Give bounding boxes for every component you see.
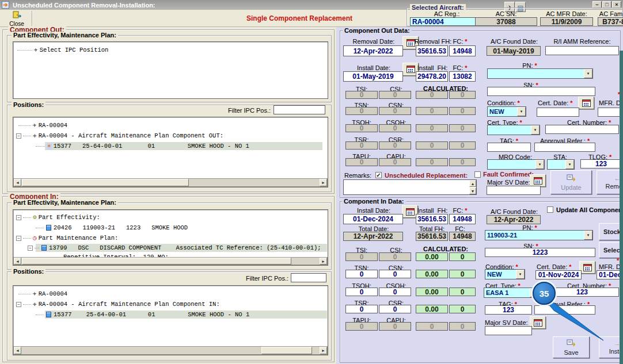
chevron-down-icon[interactable]: ▼ — [584, 69, 592, 78]
in-cert-date-field[interactable]: 01-Nov-2024 — [535, 270, 582, 279]
out-cert-type-combo[interactable]: ▼ — [487, 125, 540, 135]
collapse-icon[interactable]: − — [16, 236, 21, 241]
in-tsoh-field[interactable]: 0 — [345, 288, 378, 296]
in-positions-hscrollbar[interactable]: ◄ ► — [13, 346, 328, 355]
in-tree-leaf[interactable]: 15377 25-64-00-01 01 SMOKE HOOD - NO 1 — [36, 311, 249, 319]
fault-confirmed-checkbox[interactable] — [474, 171, 481, 178]
scroll-left-icon[interactable]: ◄ — [14, 258, 21, 265]
chevron-down-icon[interactable]: ▼ — [531, 125, 540, 135]
out-pn-combo[interactable]: ▼ — [487, 68, 593, 79]
out-pe-tree-item-select-ipc[interactable]: ✈ Select IPC Position — [17, 46, 108, 54]
out-major-sv-calendar-button[interactable] — [530, 174, 546, 187]
out-cert-date-input[interactable] — [537, 108, 579, 117]
out-cert-number-input[interactable] — [545, 125, 619, 134]
mro-code-combo[interactable]: ▼ — [487, 159, 545, 170]
chevron-down-icon[interactable]: ▼ — [584, 231, 592, 240]
out-install-date-field[interactable]: 01-May-2019 — [343, 71, 403, 82]
in-tree-root[interactable]: ✈ RA-00004 — [18, 290, 67, 298]
in-cert-number-field[interactable]: 123 — [545, 288, 619, 297]
in-pe-leaf[interactable]: 20426 119003-21 1223 SMOKE HOOD — [36, 224, 188, 232]
toolbar-separator — [32, 11, 33, 26]
collapse-icon[interactable]: − — [28, 246, 33, 251]
update-button-label: Update — [561, 184, 581, 191]
remarks-scroll-up-icon[interactable]: ▲ — [469, 180, 476, 187]
in-calc-field: 0 — [416, 322, 448, 331]
in-cert-type-combo[interactable]: EASA 1▼ — [484, 288, 539, 298]
chevron-down-icon[interactable]: ▼ — [516, 270, 525, 279]
scroll-left-icon[interactable]: ◄ — [14, 347, 21, 354]
scroll-right-icon[interactable]: ► — [320, 179, 327, 186]
in-install-fh-field[interactable]: 35616.53 — [416, 214, 448, 224]
out-filter-ipc-input[interactable] — [273, 105, 325, 114]
chevron-down-icon[interactable]: ▼ — [517, 107, 526, 116]
collapse-icon[interactable]: − — [16, 133, 21, 139]
out-install-fh-field[interactable]: 29478.20 — [416, 71, 448, 82]
chevron-down-icon[interactable]: ▼ — [565, 160, 574, 169]
in-mp-leaf[interactable]: − 13799 DSC DISCARD COMPONENT Associated… — [28, 244, 321, 252]
in-tsr-field[interactable]: 0 — [345, 305, 378, 313]
ac-fam-field: B737-8 — [598, 17, 623, 26]
annotation-step-badge: 35 — [533, 282, 556, 305]
out-approval-refer-input[interactable] — [534, 143, 595, 152]
in-install-date-field[interactable]: 01-Dec-2024 — [343, 214, 403, 224]
save-icon — [567, 339, 576, 348]
out-tag-input[interactable] — [487, 143, 531, 152]
in-csr-field[interactable]: 0 — [379, 305, 411, 313]
in-install-fh-label: Install FH: — [415, 207, 450, 214]
in-condition-combo[interactable]: NEW▼ — [485, 269, 525, 279]
in-install-fc-field[interactable]: 14948 — [449, 214, 476, 224]
ac-sn-label: AC SN: — [475, 10, 537, 17]
in-filter-ipc-input[interactable] — [291, 273, 326, 282]
out-tapu-field: 0 — [345, 158, 378, 166]
part-cube-icon — [41, 245, 47, 251]
unscheduled-replacement-checkbox[interactable]: ✓ — [375, 172, 382, 178]
out-tree-leaf[interactable]: ✶ 15377 25-64-00-01 01 SMOKE HOOD - NO 1 — [36, 142, 249, 150]
out-condition-combo[interactable]: NEW▼ — [487, 106, 526, 117]
in-pn-combo[interactable]: 119003-21▼ — [485, 230, 593, 240]
out-positions-hscrollbar[interactable]: ◄ ► — [13, 178, 328, 187]
scroll-right-icon[interactable]: ► — [320, 258, 327, 265]
removal-fh-field[interactable]: 35616.53 — [416, 45, 448, 56]
in-major-sv-calendar-button[interactable] — [530, 316, 546, 329]
remarks-scroll-down-icon[interactable]: ▼ — [469, 187, 476, 194]
fault-confirmed-label: Fault Confirmed: — [483, 171, 534, 178]
save-button[interactable]: Save — [553, 336, 590, 358]
in-pe-root[interactable]: − ⚙ Part Effectivity: — [16, 213, 100, 221]
out-tree-plan-node[interactable]: − ✚ RA-00004 - Aircraft Maintenance Plan… — [16, 132, 223, 140]
update-all-components-checkbox[interactable] — [547, 206, 553, 213]
scroll-left-icon[interactable]: ◄ — [14, 179, 21, 186]
tlog-field[interactable]: 123 — [580, 159, 622, 168]
removal-date-field[interactable]: 12-Apr-2022 — [343, 45, 403, 56]
out-cert-date-calendar-button[interactable] — [578, 97, 594, 109]
in-ac-found-date-label: A/C Found Date: — [487, 208, 542, 215]
scroll-right-icon[interactable]: ► — [320, 347, 327, 354]
in-pe-hscrollbar[interactable]: ◄ ► — [13, 257, 328, 265]
in-major-sv-date-input[interactable] — [485, 326, 532, 335]
remarks-textarea[interactable] — [343, 179, 477, 195]
out-major-sv-date-input[interactable] — [487, 186, 541, 195]
close-button[interactable]: Close — [5, 11, 29, 26]
in-approval-refer-input[interactable] — [534, 305, 595, 315]
update-button[interactable]: Update — [550, 170, 592, 194]
ri-amm-reference-input[interactable] — [545, 46, 619, 55]
in-csoh-field[interactable]: 0 — [379, 288, 411, 296]
collapse-icon[interactable]: − — [16, 215, 21, 220]
in-tag-field[interactable]: 123 — [485, 305, 532, 315]
collapse-icon[interactable]: − — [16, 302, 21, 307]
in-mp-root[interactable]: − ◷ Part Maintenance Plan: — [16, 234, 118, 242]
chevron-down-icon[interactable]: ▼ — [535, 160, 544, 169]
in-csn-field[interactable]: 0 — [379, 270, 411, 278]
ac-reg-field[interactable]: RA-00004 — [410, 17, 484, 26]
part-cube-icon — [46, 312, 51, 317]
removal-fc-field[interactable]: 14948 — [449, 45, 476, 56]
out-tree-root[interactable]: ✈ RA-00004 — [18, 121, 67, 129]
out-sn-input[interactable] — [487, 87, 595, 96]
out-install-fc-field[interactable]: 13082 — [449, 71, 476, 82]
in-sn-field[interactable]: 1223 — [485, 248, 595, 257]
annotation-number: 35 — [540, 289, 549, 298]
exit-door-icon — [13, 10, 21, 21]
in-tsn-field[interactable]: 0 — [345, 270, 378, 278]
sta-combo[interactable]: ▼ — [547, 159, 575, 170]
in-cert-date-calendar-button[interactable] — [579, 261, 595, 274]
in-tree-plan-node[interactable]: − ✚ RA-00004 - Aircraft Maintenance Plan… — [16, 300, 220, 308]
